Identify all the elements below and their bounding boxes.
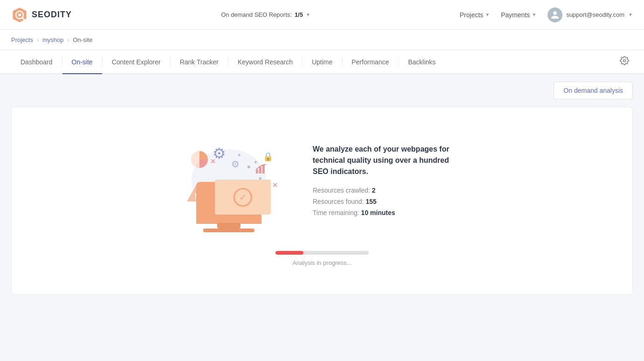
header-center: On demand SEO Reports: 1/5 ▼ bbox=[83, 11, 448, 18]
user-email: support@seodity.com bbox=[566, 11, 624, 18]
x-mark-1: ✕ bbox=[210, 158, 216, 165]
logo-area[interactable]: SEODITY bbox=[11, 7, 72, 23]
tab-rank-tracker[interactable]: Rank Tracker bbox=[171, 51, 228, 74]
payments-label: Payments bbox=[501, 11, 530, 19]
tab-performance[interactable]: Performance bbox=[343, 51, 398, 74]
tab-backlinks[interactable]: Backlinks bbox=[399, 51, 445, 74]
logo-text: SEODITY bbox=[32, 10, 72, 20]
stat-time: Time remaining: 10 minutes bbox=[313, 209, 462, 216]
breadcrumb-sep-1: › bbox=[37, 37, 39, 43]
breadcrumb: Projects › myshop › On-site bbox=[0, 30, 644, 50]
laptop-screen: ✓ bbox=[215, 180, 271, 215]
seo-reports-count: 1/5 bbox=[295, 11, 303, 18]
svg-rect-7 bbox=[259, 167, 261, 174]
svg-rect-8 bbox=[262, 165, 265, 174]
seo-reports-dropdown[interactable]: On demand SEO Reports: 1/5 ▼ bbox=[221, 11, 310, 18]
progress-fill bbox=[275, 251, 303, 255]
tab-uptime[interactable]: Uptime bbox=[302, 51, 342, 74]
user-menu[interactable]: support@seodity.com ▼ bbox=[548, 7, 633, 22]
on-demand-analysis-button[interactable]: On demand analysis bbox=[554, 82, 633, 99]
time-label: Time remaining: bbox=[313, 209, 359, 216]
settings-icon[interactable] bbox=[616, 50, 633, 73]
dot-3 bbox=[238, 154, 240, 156]
gear-small-icon: ⚙ bbox=[231, 159, 240, 170]
dot-4 bbox=[254, 161, 257, 163]
tab-on-site[interactable]: On-site bbox=[62, 51, 102, 74]
time-value: 10 minutes bbox=[361, 209, 395, 216]
svg-rect-6 bbox=[256, 170, 258, 174]
stat-crawled: Resources crawled: 2 bbox=[313, 187, 462, 194]
progress-bar bbox=[275, 251, 369, 255]
crawled-label: Resources crawled: bbox=[313, 187, 370, 194]
header-right: Projects ▼ Payments ▼ support@seodity.co… bbox=[459, 7, 633, 22]
chevron-down-icon: ▼ bbox=[306, 12, 310, 17]
laptop-foot bbox=[203, 229, 254, 232]
laptop-check-icon: ✓ bbox=[233, 188, 252, 207]
info-headline: We analyze each of your webpages for tec… bbox=[313, 144, 462, 177]
progress-label: Analysis in progress... bbox=[292, 259, 351, 266]
tab-dashboard[interactable]: Dashboard bbox=[11, 51, 62, 74]
projects-chevron-icon: ▼ bbox=[485, 12, 490, 17]
crawled-value: 2 bbox=[372, 187, 376, 194]
content-card: ⚙ ⚙ 🔒 bbox=[11, 107, 633, 295]
x-mark-2: ✕ bbox=[272, 181, 278, 189]
breadcrumb-current: On-site bbox=[73, 36, 93, 43]
pie-chart-icon bbox=[189, 149, 210, 170]
lock-icon: 🔒 bbox=[263, 152, 273, 162]
projects-nav[interactable]: Projects ▼ bbox=[459, 11, 489, 19]
stat-found: Resources found: 155 bbox=[313, 198, 462, 205]
illustration: ⚙ ⚙ 🔒 bbox=[182, 135, 285, 229]
header: SEODITY On demand SEO Reports: 1/5 ▼ Pro… bbox=[0, 0, 644, 30]
laptop-stand bbox=[217, 223, 240, 229]
projects-label: Projects bbox=[459, 11, 483, 19]
progress-section: Analysis in progress... bbox=[275, 251, 369, 266]
card-inner: ⚙ ⚙ 🔒 bbox=[182, 135, 462, 229]
main-content: ⚙ ⚙ 🔒 bbox=[0, 107, 644, 306]
svg-point-2 bbox=[18, 14, 21, 16]
breadcrumb-myshop[interactable]: myshop bbox=[42, 36, 64, 43]
dot-1 bbox=[247, 166, 250, 168]
user-chevron-icon: ▼ bbox=[628, 12, 633, 17]
found-value: 155 bbox=[366, 198, 377, 205]
payments-chevron-icon: ▼ bbox=[532, 12, 536, 17]
payments-nav[interactable]: Payments ▼ bbox=[501, 11, 536, 19]
tab-keyword-research[interactable]: Keyword Research bbox=[228, 51, 302, 74]
found-label: Resources found: bbox=[313, 198, 364, 205]
laptop-base: ✓ bbox=[196, 182, 261, 224]
seo-reports-label: On demand SEO Reports: bbox=[221, 11, 292, 18]
breadcrumb-sep-2: › bbox=[68, 37, 69, 43]
svg-point-4 bbox=[623, 60, 626, 62]
tabs-bar: Dashboard On-site Content Explorer Rank … bbox=[0, 50, 644, 74]
bar-chart-icon bbox=[256, 164, 267, 175]
breadcrumb-projects[interactable]: Projects bbox=[11, 36, 33, 43]
info-text: We analyze each of your webpages for tec… bbox=[313, 144, 462, 220]
tab-content-explorer[interactable]: Content Explorer bbox=[103, 51, 170, 74]
action-bar: On demand analysis bbox=[0, 74, 644, 107]
logo-icon bbox=[11, 7, 28, 23]
avatar bbox=[548, 7, 562, 22]
